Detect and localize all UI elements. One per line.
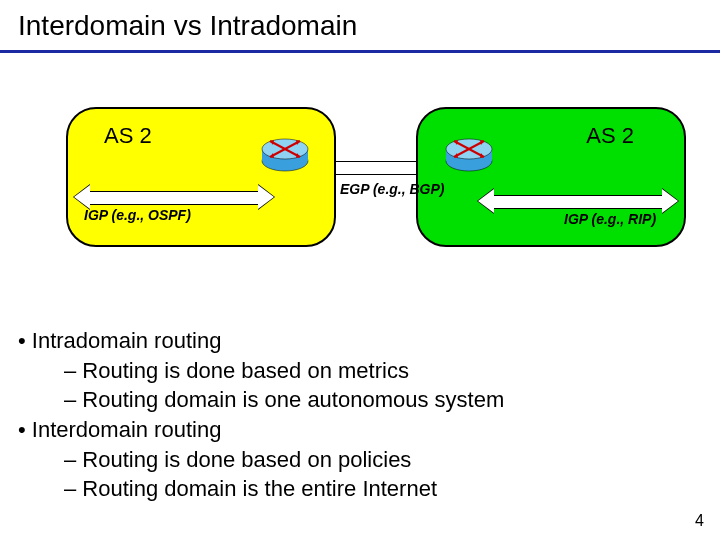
igp-right-arrow	[478, 189, 678, 213]
slide-number: 4	[695, 512, 704, 530]
bullet-level-1: Routing is done based on metrics	[18, 356, 504, 386]
bullet-level-0: Intradomain routing	[18, 326, 504, 356]
bullet-level-1: Routing domain is the entire Internet	[18, 474, 504, 504]
as-left-label: AS 2	[104, 123, 152, 149]
igp-right-label: IGP (e.g., RIP)	[564, 211, 656, 227]
title-divider	[0, 50, 720, 53]
igp-left-arrow	[74, 185, 274, 209]
bullet-level-1: Routing is done based on policies	[18, 445, 504, 475]
router-icon	[260, 135, 310, 173]
igp-left-label: IGP (e.g., OSPF)	[84, 207, 191, 223]
egp-label: EGP (e.g., BGP)	[340, 181, 445, 197]
bullet-list: Intradomain routing Routing is done base…	[18, 326, 504, 504]
bullet-level-1: Routing domain is one autonomous system	[18, 385, 504, 415]
router-icon	[444, 135, 494, 173]
slide: Interdomain vs Intradomain AS 2 AS 2	[0, 0, 720, 540]
as-right-label: AS 2	[586, 123, 634, 149]
bullet-level-0: Interdomain routing	[18, 415, 504, 445]
slide-title: Interdomain vs Intradomain	[18, 10, 702, 42]
as-left-box: AS 2	[66, 107, 336, 247]
routing-diagram: AS 2 AS 2	[18, 107, 702, 317]
